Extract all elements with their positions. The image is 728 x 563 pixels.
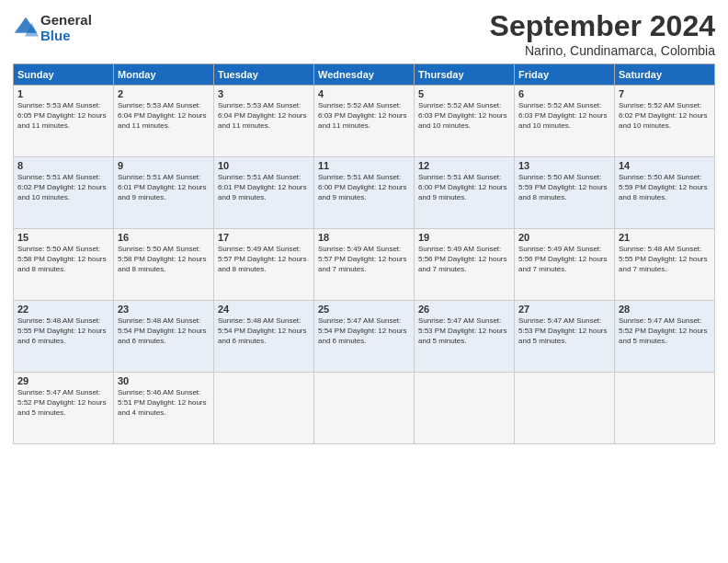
day-number: 29 bbox=[17, 375, 109, 386]
header: General Blue September 2024 Narino, Cund… bbox=[13, 9, 715, 58]
day-number: 1 bbox=[17, 88, 109, 99]
day-number: 14 bbox=[619, 160, 711, 171]
day-info: Sunrise: 5:53 AM Sunset: 6:04 PM Dayligh… bbox=[218, 100, 310, 132]
table-cell bbox=[615, 373, 715, 444]
day-number: 23 bbox=[118, 304, 210, 315]
table-cell: 25Sunrise: 5:47 AM Sunset: 5:54 PM Dayli… bbox=[314, 301, 415, 373]
col-monday: Monday bbox=[114, 64, 214, 86]
month-title: September 2024 bbox=[490, 9, 715, 43]
table-cell: 1Sunrise: 5:53 AM Sunset: 6:05 PM Daylig… bbox=[14, 86, 114, 157]
table-cell: 15Sunrise: 5:50 AM Sunset: 5:58 PM Dayli… bbox=[14, 229, 114, 301]
table-cell: 9Sunrise: 5:51 AM Sunset: 6:01 PM Daylig… bbox=[114, 157, 214, 229]
calendar-table: Sunday Monday Tuesday Wednesday Thursday… bbox=[13, 63, 715, 444]
day-number: 6 bbox=[518, 88, 610, 99]
day-info: Sunrise: 5:52 AM Sunset: 6:02 PM Dayligh… bbox=[619, 100, 711, 132]
day-number: 12 bbox=[418, 160, 510, 171]
day-number: 13 bbox=[518, 160, 610, 171]
day-info: Sunrise: 5:49 AM Sunset: 5:56 PM Dayligh… bbox=[418, 244, 510, 275]
table-row: 15Sunrise: 5:50 AM Sunset: 5:58 PM Dayli… bbox=[14, 229, 715, 301]
day-number: 5 bbox=[418, 88, 510, 99]
header-row: Sunday Monday Tuesday Wednesday Thursday… bbox=[14, 64, 715, 86]
day-number: 30 bbox=[118, 375, 210, 386]
table-row: 1Sunrise: 5:53 AM Sunset: 6:05 PM Daylig… bbox=[14, 86, 715, 157]
day-number: 21 bbox=[619, 232, 711, 243]
title-section: September 2024 Narino, Cundinamarca, Col… bbox=[490, 9, 715, 58]
table-cell: 27Sunrise: 5:47 AM Sunset: 5:53 PM Dayli… bbox=[515, 301, 615, 373]
table-cell bbox=[314, 373, 415, 444]
table-cell: 10Sunrise: 5:51 AM Sunset: 6:01 PM Dayli… bbox=[214, 157, 314, 229]
col-thursday: Thursday bbox=[415, 64, 515, 86]
day-number: 27 bbox=[518, 304, 610, 315]
day-info: Sunrise: 5:50 AM Sunset: 5:58 PM Dayligh… bbox=[118, 244, 210, 275]
table-cell: 3Sunrise: 5:53 AM Sunset: 6:04 PM Daylig… bbox=[214, 86, 314, 157]
day-info: Sunrise: 5:48 AM Sunset: 5:54 PM Dayligh… bbox=[118, 316, 210, 347]
day-number: 2 bbox=[118, 88, 210, 99]
table-cell: 23Sunrise: 5:48 AM Sunset: 5:54 PM Dayli… bbox=[114, 301, 214, 373]
day-info: Sunrise: 5:52 AM Sunset: 6:03 PM Dayligh… bbox=[418, 100, 510, 132]
day-number: 9 bbox=[118, 160, 210, 171]
table-cell: 4Sunrise: 5:52 AM Sunset: 6:03 PM Daylig… bbox=[314, 86, 415, 157]
table-cell: 2Sunrise: 5:53 AM Sunset: 6:04 PM Daylig… bbox=[114, 86, 214, 157]
day-info: Sunrise: 5:48 AM Sunset: 5:55 PM Dayligh… bbox=[619, 244, 711, 275]
day-info: Sunrise: 5:48 AM Sunset: 5:55 PM Dayligh… bbox=[17, 316, 109, 347]
day-number: 7 bbox=[619, 88, 711, 99]
table-cell: 26Sunrise: 5:47 AM Sunset: 5:53 PM Dayli… bbox=[415, 301, 515, 373]
table-cell: 8Sunrise: 5:51 AM Sunset: 6:02 PM Daylig… bbox=[14, 157, 114, 229]
col-sunday: Sunday bbox=[14, 64, 114, 86]
day-info: Sunrise: 5:52 AM Sunset: 6:03 PM Dayligh… bbox=[318, 100, 410, 132]
day-info: Sunrise: 5:50 AM Sunset: 5:59 PM Dayligh… bbox=[619, 172, 711, 203]
table-cell: 21Sunrise: 5:48 AM Sunset: 5:55 PM Dayli… bbox=[615, 229, 715, 301]
table-cell: 29Sunrise: 5:47 AM Sunset: 5:52 PM Dayli… bbox=[14, 373, 114, 444]
table-cell: 7Sunrise: 5:52 AM Sunset: 6:02 PM Daylig… bbox=[615, 86, 715, 157]
day-info: Sunrise: 5:51 AM Sunset: 6:00 PM Dayligh… bbox=[418, 172, 510, 203]
day-number: 8 bbox=[17, 160, 109, 171]
table-cell bbox=[515, 373, 615, 444]
table-row: 8Sunrise: 5:51 AM Sunset: 6:02 PM Daylig… bbox=[14, 157, 715, 229]
subtitle: Narino, Cundinamarca, Colombia bbox=[490, 43, 715, 58]
day-number: 19 bbox=[418, 232, 510, 243]
col-tuesday: Tuesday bbox=[214, 64, 314, 86]
table-cell bbox=[214, 373, 314, 444]
day-number: 22 bbox=[17, 304, 109, 315]
col-saturday: Saturday bbox=[615, 64, 715, 86]
day-number: 25 bbox=[318, 304, 410, 315]
day-number: 11 bbox=[318, 160, 410, 171]
table-row: 22Sunrise: 5:48 AM Sunset: 5:55 PM Dayli… bbox=[14, 301, 715, 373]
day-number: 24 bbox=[218, 304, 310, 315]
logo-text: General Blue bbox=[40, 13, 92, 43]
logo-icon bbox=[13, 16, 39, 41]
logo: General Blue bbox=[13, 13, 92, 43]
table-cell: 22Sunrise: 5:48 AM Sunset: 5:55 PM Dayli… bbox=[14, 301, 114, 373]
table-cell: 30Sunrise: 5:46 AM Sunset: 5:51 PM Dayli… bbox=[114, 373, 214, 444]
table-cell: 5Sunrise: 5:52 AM Sunset: 6:03 PM Daylig… bbox=[415, 86, 515, 157]
day-number: 10 bbox=[218, 160, 310, 171]
table-cell: 19Sunrise: 5:49 AM Sunset: 5:56 PM Dayli… bbox=[415, 229, 515, 301]
day-info: Sunrise: 5:52 AM Sunset: 6:03 PM Dayligh… bbox=[518, 100, 610, 132]
day-info: Sunrise: 5:51 AM Sunset: 6:00 PM Dayligh… bbox=[318, 172, 410, 203]
table-cell: 24Sunrise: 5:48 AM Sunset: 5:54 PM Dayli… bbox=[214, 301, 314, 373]
day-info: Sunrise: 5:47 AM Sunset: 5:53 PM Dayligh… bbox=[518, 316, 610, 347]
day-number: 28 bbox=[619, 304, 711, 315]
table-cell: 18Sunrise: 5:49 AM Sunset: 5:57 PM Dayli… bbox=[314, 229, 415, 301]
day-number: 4 bbox=[318, 88, 410, 99]
day-number: 18 bbox=[318, 232, 410, 243]
table-cell: 16Sunrise: 5:50 AM Sunset: 5:58 PM Dayli… bbox=[114, 229, 214, 301]
day-number: 15 bbox=[17, 232, 109, 243]
day-info: Sunrise: 5:47 AM Sunset: 5:53 PM Dayligh… bbox=[418, 316, 510, 347]
col-wednesday: Wednesday bbox=[314, 64, 415, 86]
day-info: Sunrise: 5:53 AM Sunset: 6:05 PM Dayligh… bbox=[17, 100, 109, 132]
table-row: 29Sunrise: 5:47 AM Sunset: 5:52 PM Dayli… bbox=[14, 373, 715, 444]
table-cell: 14Sunrise: 5:50 AM Sunset: 5:59 PM Dayli… bbox=[615, 157, 715, 229]
day-info: Sunrise: 5:49 AM Sunset: 5:57 PM Dayligh… bbox=[318, 244, 410, 275]
table-cell bbox=[415, 373, 515, 444]
day-info: Sunrise: 5:48 AM Sunset: 5:54 PM Dayligh… bbox=[218, 316, 310, 347]
day-info: Sunrise: 5:50 AM Sunset: 5:58 PM Dayligh… bbox=[17, 244, 109, 275]
day-number: 3 bbox=[218, 88, 310, 99]
day-info: Sunrise: 5:47 AM Sunset: 5:54 PM Dayligh… bbox=[318, 316, 410, 347]
day-info: Sunrise: 5:51 AM Sunset: 6:02 PM Dayligh… bbox=[17, 172, 109, 203]
table-cell: 6Sunrise: 5:52 AM Sunset: 6:03 PM Daylig… bbox=[515, 86, 615, 157]
table-cell: 28Sunrise: 5:47 AM Sunset: 5:52 PM Dayli… bbox=[615, 301, 715, 373]
day-info: Sunrise: 5:51 AM Sunset: 6:01 PM Dayligh… bbox=[118, 172, 210, 203]
day-info: Sunrise: 5:53 AM Sunset: 6:04 PM Dayligh… bbox=[118, 100, 210, 132]
logo-blue: Blue bbox=[40, 29, 92, 44]
